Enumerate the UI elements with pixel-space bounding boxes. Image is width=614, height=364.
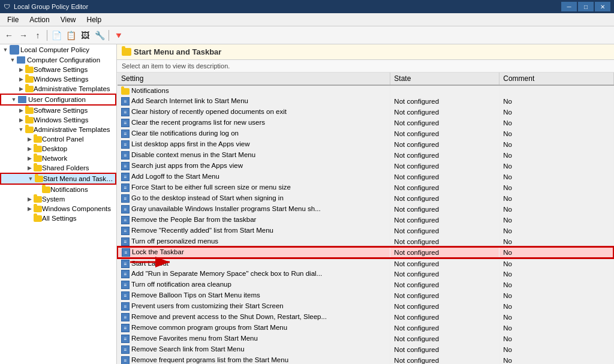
policy-icon: ≡ bbox=[121, 281, 130, 289]
table-row[interactable]: ≡Gray unavailable Windows Installer prog… bbox=[118, 204, 613, 215]
expand-sw-cc[interactable]: ▶ bbox=[17, 65, 25, 74]
menu-file[interactable]: File bbox=[2, 14, 23, 25]
table-row[interactable]: ≡Add Search Internet link to Start MenuN… bbox=[118, 96, 613, 107]
policy-icon: ≡ bbox=[121, 183, 130, 192]
expand-as[interactable] bbox=[25, 214, 34, 222]
policy-table[interactable]: Setting State Comment Notifications≡Add … bbox=[117, 73, 614, 364]
table-row[interactable]: ≡Search just apps from the Apps viewNot … bbox=[118, 161, 613, 172]
up-button[interactable]: ↑ bbox=[31, 29, 44, 42]
tree-control-panel[interactable]: ▶ Control Panel bbox=[0, 134, 116, 144]
description-bar: Select an item to view its description. bbox=[117, 60, 614, 73]
table-row[interactable]: ≡Go to the desktop instead of Start when… bbox=[118, 193, 613, 204]
expand-win-uc[interactable]: ▶ bbox=[17, 116, 25, 124]
table-row[interactable]: ≡Remove "Recently added" list from Start… bbox=[118, 225, 613, 236]
properties-button[interactable]: 📋 bbox=[64, 29, 77, 42]
tree-admin-uc[interactable]: ▼ Administrative Templates bbox=[0, 125, 116, 134]
policy-icon: ≡ bbox=[121, 335, 130, 343]
close-button[interactable]: ✕ bbox=[595, 2, 610, 11]
tree-root[interactable]: ▼ Local Computer Policy bbox=[0, 44, 116, 55]
maximize-button[interactable]: □ bbox=[578, 2, 594, 11]
tree-start-menu[interactable]: ▼ Start Menu and Taskbar bbox=[0, 173, 116, 185]
table-row[interactable]: ≡List desktop apps first in the Apps vie… bbox=[118, 139, 613, 150]
table-row[interactable]: ≡Add "Run in Separate Memory Space" chec… bbox=[118, 269, 613, 279]
table-row[interactable]: ≡Remove Balloon Tips on Start Menu items… bbox=[118, 290, 613, 301]
back-button[interactable]: ← bbox=[2, 29, 16, 42]
show-hide-button[interactable]: 📄 bbox=[50, 29, 63, 42]
table-row[interactable]: Notifications bbox=[118, 85, 613, 96]
table-row[interactable]: ≡Remove frequent programs list from the … bbox=[118, 355, 613, 364]
tree-windows-cc[interactable]: ▶ Windows Settings bbox=[0, 74, 116, 84]
menu-help[interactable]: Help bbox=[82, 14, 107, 25]
policy-icon: ≡ bbox=[121, 345, 130, 354]
table-row[interactable]: ≡Prevent users from customizing their St… bbox=[118, 301, 613, 312]
uc-icon bbox=[18, 96, 26, 103]
expand-at-cc[interactable]: ▶ bbox=[17, 85, 25, 93]
policy-icon: ≡ bbox=[121, 151, 130, 160]
folder-win-uc bbox=[25, 117, 34, 124]
breadcrumb-folder-icon bbox=[122, 48, 131, 56]
tree-notifications[interactable]: Notifications bbox=[0, 185, 116, 194]
table-row[interactable]: ≡Turn off personalized menusNot configur… bbox=[118, 236, 613, 247]
tree-win-components[interactable]: ▶ Windows Components bbox=[0, 204, 116, 213]
cell-state: Not configured bbox=[390, 236, 499, 247]
tree-all-settings[interactable]: All Settings bbox=[0, 213, 116, 223]
expand-sm[interactable]: ▼ bbox=[26, 175, 35, 183]
expand-dt[interactable]: ▶ bbox=[25, 145, 34, 153]
filter-button[interactable]: 🔻 bbox=[112, 29, 125, 42]
expand-cc[interactable]: ▼ bbox=[8, 56, 17, 64]
table-row[interactable]: ≡Lock the TaskbarNot configuredNo bbox=[118, 247, 613, 258]
tree-software-uc[interactable]: ▶ Software Settings bbox=[0, 106, 116, 115]
tree-software-cc[interactable]: ▶ Software Settings bbox=[0, 65, 116, 74]
table-row[interactable]: ≡Start LayoutNot configuredNo bbox=[118, 258, 613, 269]
expand-net[interactable]: ▶ bbox=[25, 154, 34, 163]
forward-button[interactable]: → bbox=[17, 29, 30, 42]
col-header-state[interactable]: State bbox=[390, 73, 499, 85]
table-row[interactable]: ≡Remove common program groups from Start… bbox=[118, 323, 613, 333]
tree-windows-uc[interactable]: ▶ Windows Settings bbox=[0, 115, 116, 125]
tree-computer-config[interactable]: ▼ Computer Configuration bbox=[0, 55, 116, 65]
table-row[interactable]: ≡Turn off notification area cleanupNot c… bbox=[118, 279, 613, 290]
expand-at-uc[interactable]: ▼ bbox=[17, 125, 25, 134]
tree-system[interactable]: ▶ System bbox=[0, 194, 116, 204]
tree-desktop[interactable]: ▶ Desktop bbox=[0, 144, 116, 154]
minimize-button[interactable]: ─ bbox=[561, 2, 577, 11]
tree-admin-cc[interactable]: ▶ Administrative Templates bbox=[0, 84, 116, 94]
cell-setting: ≡Go to the desktop instead of Start when… bbox=[118, 193, 390, 204]
cell-setting: ≡Gray unavailable Windows Installer prog… bbox=[118, 204, 390, 215]
new-window-button[interactable]: 🔧 bbox=[93, 29, 106, 42]
table-row[interactable]: ≡Disable context menus in the Start Menu… bbox=[118, 150, 613, 161]
tree-network[interactable]: ▶ Network bbox=[0, 154, 116, 163]
menu-action[interactable]: Action bbox=[25, 14, 54, 25]
expand-cp[interactable]: ▶ bbox=[25, 135, 34, 143]
table-row[interactable]: ≡Force Start to be either full screen si… bbox=[118, 182, 613, 193]
table-row[interactable]: ≡Clear tile notifications during log onN… bbox=[118, 128, 613, 139]
tree-shared[interactable]: ▶ Shared Folders bbox=[0, 163, 116, 173]
table-row[interactable]: ≡Remove Favorites menu from Start MenuNo… bbox=[118, 333, 613, 344]
menu-view[interactable]: View bbox=[56, 14, 81, 25]
expand-root[interactable]: ▼ bbox=[1, 46, 10, 54]
table-row[interactable]: ≡Remove Search link from Start MenuNot c… bbox=[118, 344, 613, 355]
cell-comment: No bbox=[499, 269, 613, 279]
policy-icon: ≡ bbox=[121, 162, 130, 170]
table-header-row: Setting State Comment bbox=[118, 73, 613, 85]
col-header-comment[interactable]: Comment bbox=[499, 73, 613, 85]
expand-sw-uc[interactable]: ▶ bbox=[17, 106, 25, 115]
col-header-setting[interactable]: Setting bbox=[118, 73, 390, 85]
window-controls: ─ □ ✕ bbox=[561, 2, 610, 11]
table-row[interactable]: ≡Remove and prevent access to the Shut D… bbox=[118, 312, 613, 323]
table-row[interactable]: ≡Clear history of recently opened docume… bbox=[118, 107, 613, 118]
expand-uc[interactable]: ▼ bbox=[10, 95, 18, 104]
tree-user-config[interactable]: ▼ User Configuration bbox=[0, 94, 116, 106]
main-layout: ▼ Local Computer Policy ▼ Computer Confi… bbox=[0, 44, 614, 364]
table-row[interactable]: ≡Clear the recent programs list for new … bbox=[118, 118, 613, 128]
table-row[interactable]: ≡Remove the People Bar from the taskbarN… bbox=[118, 215, 613, 225]
expand-sys[interactable]: ▶ bbox=[25, 195, 34, 203]
cell-state: Not configured bbox=[390, 279, 499, 290]
expand-sf[interactable]: ▶ bbox=[25, 164, 34, 172]
expand-wc[interactable]: ▶ bbox=[25, 204, 34, 213]
table-row[interactable]: ≡Add Logoff to the Start MenuNot configu… bbox=[118, 172, 613, 182]
view-button[interactable]: 🖼 bbox=[79, 29, 92, 42]
expand-notif[interactable] bbox=[34, 185, 42, 194]
expand-win-cc[interactable]: ▶ bbox=[17, 75, 25, 83]
folder-net bbox=[34, 155, 42, 162]
